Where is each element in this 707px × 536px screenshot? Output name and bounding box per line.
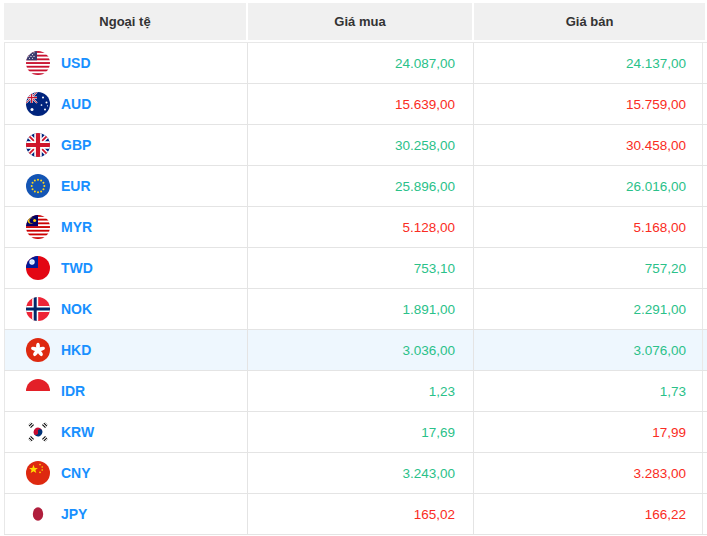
aud-flag-icon [26, 92, 50, 116]
table-header: Ngoại tệ Giá mua Giá bán [4, 3, 707, 40]
buy-price-value: 165,02 [248, 494, 474, 534]
column-header-sell-price: Giá bán [474, 3, 705, 40]
nok-flag-icon [26, 297, 50, 321]
currency-code-link[interactable]: TWD [61, 260, 93, 276]
table-row-idr[interactable]: IDR1,231,73 [4, 371, 707, 412]
sell-price-value: 5.168,00 [474, 207, 703, 247]
hkd-flag-icon [26, 338, 50, 362]
buy-price-value: 15.639,00 [248, 84, 474, 124]
sell-price-value: 1,73 [474, 371, 703, 411]
currency-cell[interactable]: GBP [4, 125, 248, 165]
buy-price-value: 30.258,00 [248, 125, 474, 165]
krw-flag-icon [26, 420, 50, 444]
eur-flag-icon [26, 174, 50, 198]
sell-price-value: 17,99 [474, 412, 703, 452]
sell-price-value: 30.458,00 [474, 125, 703, 165]
currency-cell[interactable]: AUD [4, 84, 248, 124]
buy-price-value: 17,69 [248, 412, 474, 452]
buy-price-value: 3.243,00 [248, 453, 474, 493]
currency-cell[interactable]: IDR [4, 371, 248, 411]
gbp-flag-icon [26, 133, 50, 157]
currency-cell[interactable]: TWD [4, 248, 248, 288]
twd-flag-icon [26, 256, 50, 280]
table-row-usd[interactable]: USD24.087,0024.137,00 [4, 43, 707, 84]
buy-price-value: 5.128,00 [248, 207, 474, 247]
table-row-cny[interactable]: CNY3.243,003.283,00 [4, 453, 707, 494]
cny-flag-icon [26, 461, 50, 485]
currency-cell[interactable]: CNY [4, 453, 248, 493]
sell-price-value: 3.283,00 [474, 453, 703, 493]
sell-price-value: 757,20 [474, 248, 703, 288]
table-row-aud[interactable]: AUD15.639,0015.759,00 [4, 84, 707, 125]
table-row-gbp[interactable]: GBP30.258,0030.458,00 [4, 125, 707, 166]
table-row-twd[interactable]: TWD753,10757,20 [4, 248, 707, 289]
buy-price-value: 753,10 [248, 248, 474, 288]
buy-price-value: 1,23 [248, 371, 474, 411]
table-row-eur[interactable]: EUR25.896,0026.016,00 [4, 166, 707, 207]
column-header-buy-price: Giá mua [248, 3, 474, 40]
sell-price-value: 26.016,00 [474, 166, 703, 206]
currency-cell[interactable]: EUR [4, 166, 248, 206]
currency-code-link[interactable]: KRW [61, 424, 94, 440]
myr-flag-icon [26, 215, 50, 239]
currency-code-link[interactable]: MYR [61, 219, 92, 235]
jpy-flag-icon [26, 502, 50, 526]
currency-cell[interactable]: NOK [4, 289, 248, 329]
currency-cell[interactable]: MYR [4, 207, 248, 247]
currency-cell[interactable]: KRW [4, 412, 248, 452]
currency-code-link[interactable]: HKD [61, 342, 91, 358]
sell-price-value: 3.076,00 [474, 330, 703, 370]
currency-code-link[interactable]: CNY [61, 465, 91, 481]
currency-code-link[interactable]: JPY [61, 506, 87, 522]
currency-code-link[interactable]: USD [61, 55, 91, 71]
sell-price-value: 166,22 [474, 494, 703, 534]
buy-price-value: 3.036,00 [248, 330, 474, 370]
buy-price-value: 24.087,00 [248, 43, 474, 83]
currency-cell[interactable]: JPY [4, 494, 248, 534]
currency-code-link[interactable]: NOK [61, 301, 92, 317]
currency-code-link[interactable]: GBP [61, 137, 91, 153]
buy-price-value: 25.896,00 [248, 166, 474, 206]
column-header-currency: Ngoại tệ [4, 3, 248, 40]
table-body: USD24.087,0024.137,00AUD15.639,0015.759,… [4, 42, 707, 535]
table-row-jpy[interactable]: JPY165,02166,22 [4, 494, 707, 535]
table-row-myr[interactable]: MYR5.128,005.168,00 [4, 207, 707, 248]
buy-price-value: 1.891,00 [248, 289, 474, 329]
currency-code-link[interactable]: AUD [61, 96, 91, 112]
table-row-krw[interactable]: KRW17,6917,99 [4, 412, 707, 453]
currency-code-link[interactable]: IDR [61, 383, 85, 399]
table-row-hkd[interactable]: HKD3.036,003.076,00 [4, 330, 707, 371]
exchange-rate-table: Ngoại tệ Giá mua Giá bán USD24.087,0024.… [4, 3, 707, 535]
sell-price-value: 15.759,00 [474, 84, 703, 124]
sell-price-value: 24.137,00 [474, 43, 703, 83]
currency-cell[interactable]: HKD [4, 330, 248, 370]
sell-price-value: 2.291,00 [474, 289, 703, 329]
usd-flag-icon [26, 51, 50, 75]
table-row-nok[interactable]: NOK1.891,002.291,00 [4, 289, 707, 330]
currency-cell[interactable]: USD [4, 43, 248, 83]
currency-code-link[interactable]: EUR [61, 178, 91, 194]
idr-flag-icon [26, 379, 50, 403]
